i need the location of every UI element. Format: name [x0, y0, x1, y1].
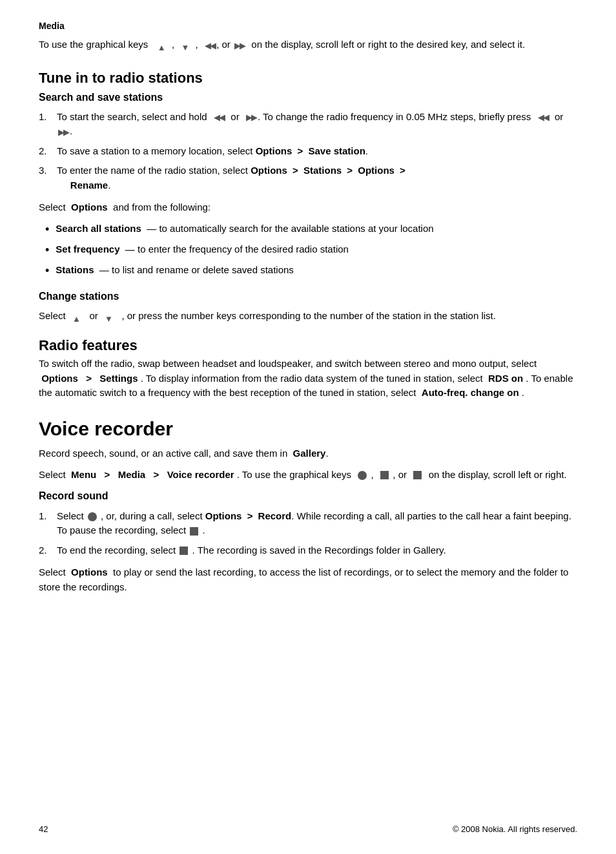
- sm-text2: . To use the graphical keys: [237, 469, 351, 480]
- change-or: or: [89, 310, 98, 321]
- step1-or1: or: [231, 111, 239, 122]
- step3-gt2: >: [347, 165, 353, 176]
- step1-or2: or: [555, 111, 563, 122]
- select-options-para: Select Options and from the following:: [39, 200, 577, 215]
- copyright: © 2008 Nokia. All rights reserved.: [453, 824, 577, 836]
- bullet-item-3: Stations — to list and rename or delete …: [45, 263, 577, 280]
- step3-rename: Rename: [70, 180, 108, 191]
- step-1-content: To start the search, select and hold or …: [57, 110, 577, 139]
- intro-or: or: [221, 39, 233, 50]
- intro-text-1: To use the graphical keys: [39, 39, 148, 50]
- select-options-rest: and from the following:: [113, 202, 210, 213]
- rs1-gt: >: [247, 510, 253, 521]
- step3-options2: Options: [358, 165, 395, 176]
- sm-vr: Voice recorder: [167, 469, 234, 480]
- step2-gt: >: [298, 145, 303, 156]
- bullet-2-bold: Set frequency: [56, 244, 119, 255]
- page-number: 42: [39, 824, 48, 836]
- change-arrow-down-icon: [105, 311, 115, 322]
- intro-paragraph: To use the graphical keys , , , or on th…: [39, 37, 577, 52]
- change-stations-para: Select or , or press the number keys cor…: [39, 309, 577, 324]
- rs1-record: Record: [258, 510, 292, 521]
- change-arrow-up-icon: [72, 311, 83, 322]
- bullet-1-bold: Search all stations: [56, 223, 141, 234]
- voice-recorder-section: Voice recorder Record speech, sound, or …: [39, 415, 577, 594]
- arrow-up-icon: [158, 40, 168, 50]
- rf-gt: >: [86, 373, 92, 384]
- page: Media To use the graphical keys , , , or…: [0, 0, 616, 854]
- bullet-2-text: — to enter the frequency of the desired …: [123, 244, 349, 255]
- sm-gt1: >: [105, 469, 110, 480]
- footer: 42 © 2008 Nokia. All rights reserved.: [39, 824, 577, 836]
- record-sound-heading: Record sound: [39, 488, 577, 503]
- rs2-num: 2.: [39, 543, 57, 558]
- ol-options: Options: [71, 567, 108, 578]
- record-steps-list: 1. Select , or, during a call, select Op…: [39, 509, 577, 558]
- ffwd-icon-step1: [246, 111, 256, 124]
- voice-recorder-heading: Voice recorder: [39, 415, 577, 443]
- rewind-icon-step1b: [538, 111, 548, 124]
- step-3-num: 3.: [39, 163, 57, 178]
- bullet-items-list: Search all stations — to automatically s…: [45, 222, 577, 280]
- stop-icon-sm: [413, 471, 422, 479]
- step-2-num: 2.: [39, 144, 57, 159]
- rs2-content: To end the recording, select . The recor…: [57, 543, 446, 558]
- tune-section: Tune in to radio stations Search and sav…: [39, 68, 577, 324]
- step-2-content: To save a station to a memory location, …: [57, 144, 368, 159]
- ffwd-icon: [234, 39, 245, 52]
- sm-select: Select: [39, 469, 66, 480]
- search-step-2: 2. To save a station to a memory locatio…: [39, 144, 577, 159]
- record-icon-sm: [358, 471, 367, 480]
- rf-bold1: Options: [41, 373, 78, 384]
- step3-stations: Stations: [303, 165, 342, 176]
- tune-heading: Tune in to radio stations: [39, 68, 577, 89]
- radio-features-heading: Radio features: [39, 335, 577, 356]
- rs1-num: 1.: [39, 509, 57, 524]
- rf-text2: . To display information from the radio …: [141, 373, 483, 384]
- rewind-icon: [205, 39, 215, 52]
- bullet-3-text: — to list and rename or delete saved sta…: [97, 264, 294, 275]
- options-last-para: Select Options to play or send the last …: [39, 565, 577, 594]
- bullet-1-content: Search all stations — to automatically s…: [56, 222, 433, 236]
- bullet-3-content: Stations — to list and rename or delete …: [56, 263, 294, 278]
- pause-icon-rs1: [190, 527, 198, 536]
- record-step-2: 2. To end the recording, select . The re…: [39, 543, 577, 558]
- bullet-1-text: — to automatically search for the availa…: [144, 223, 434, 234]
- change-before: Select: [39, 310, 66, 321]
- change-after: , or press the number keys corresponding…: [121, 310, 495, 321]
- record-step-1: 1. Select , or, during a call, select Op…: [39, 509, 577, 538]
- vr-intro: Record speech, sound, or an active call,…: [39, 448, 287, 459]
- sm-menu: Menu: [71, 469, 96, 480]
- search-save-heading: Search and save stations: [39, 90, 577, 105]
- sm-media: Media: [118, 469, 146, 480]
- arrow-down-icon: [181, 40, 191, 50]
- ffwd-icon-step1b: [58, 126, 68, 139]
- step3-gt3: >: [400, 165, 406, 176]
- record-icon-rs1: [88, 512, 97, 521]
- rf-text1: To switch off the radio, swap between he…: [39, 358, 537, 369]
- sm-text4: on the display, scroll left or right.: [429, 469, 567, 480]
- step2-options: Options: [256, 145, 293, 156]
- rf-bold4: Auto-freq. change on: [422, 387, 519, 398]
- bullet-item-2: Set frequency — to enter the frequency o…: [45, 242, 577, 259]
- voice-recorder-intro-para: Record speech, sound, or an active call,…: [39, 446, 577, 461]
- rf-end: .: [522, 387, 524, 398]
- rf-bold2: Settings: [99, 373, 138, 384]
- ol-select: Select: [39, 567, 66, 578]
- rewind-icon-step1: [214, 111, 224, 124]
- bullet-3-bold: Stations: [56, 264, 94, 275]
- rs1-options: Options: [205, 510, 242, 521]
- search-step-1: 1. To start the search, select and hold …: [39, 110, 577, 139]
- select-options-bold: Options: [71, 202, 108, 213]
- step3-gt1: >: [293, 165, 298, 176]
- intro-text-2: on the display, scroll left or right to …: [251, 39, 525, 50]
- step-3-content: To enter the name of the radio station, …: [57, 163, 408, 193]
- step-1-num: 1.: [39, 110, 57, 125]
- section-label: Media: [39, 19, 577, 32]
- rs1-content: Select , or, during a call, select Optio…: [57, 509, 577, 538]
- rf-bold3: RDS on: [488, 373, 523, 384]
- sm-or: or: [398, 469, 407, 480]
- bullet-item-1: Search all stations — to automatically s…: [45, 222, 577, 238]
- pause-icon-sm: [380, 471, 389, 479]
- select-options-intro: Select: [39, 202, 66, 213]
